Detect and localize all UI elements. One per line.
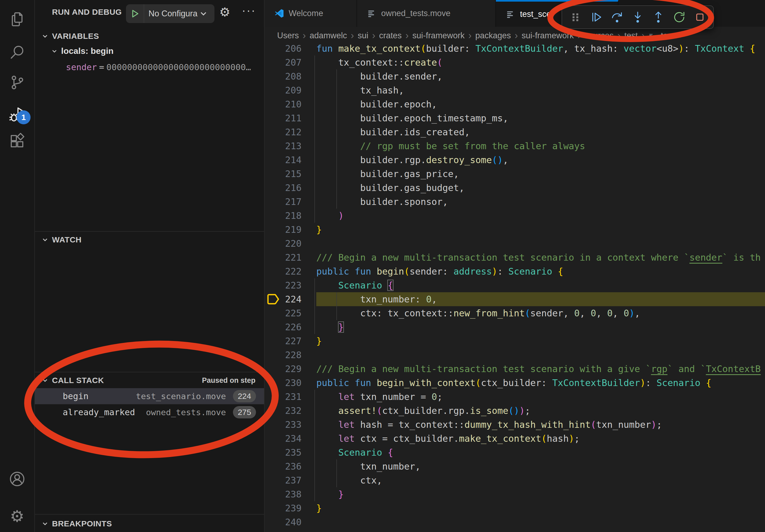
code-line-221[interactable]: 221/// Begin a new multi-transaction tes… [265, 250, 765, 264]
code-text: /// Begin a new multi-transaction test s… [316, 250, 761, 264]
breadcrumb-item[interactable]: packages [475, 31, 511, 40]
activity-bar-explorer-icon[interactable] [0, 6, 34, 33]
code-line-219[interactable]: 219} [265, 223, 765, 236]
code-line-235[interactable]: 235 Scenario { [265, 445, 765, 459]
breadcrumb-item[interactable]: sui-framework [522, 31, 574, 40]
code-line-217[interactable]: 217 builder.sponsor, [265, 195, 765, 209]
line-number: 217 [265, 195, 302, 209]
line-number: 230 [265, 376, 302, 390]
activity-bar-settings-icon[interactable]: ⚙ [0, 503, 34, 530]
variable-equals: = [97, 62, 106, 72]
section-divider [35, 231, 264, 232]
code-line-237[interactable]: 237 ctx, [265, 473, 765, 487]
code-line-214[interactable]: 214 builder.rgp.destroy_some(), [265, 153, 765, 167]
call-stack-frame-already_marked[interactable]: already_markedowned_tests.move275 [35, 404, 264, 420]
activity-bar-source-control-icon[interactable] [0, 69, 34, 96]
restart-button[interactable] [672, 10, 687, 25]
code-line-240[interactable]: 240 [265, 515, 765, 529]
step-into-button[interactable] [630, 10, 645, 25]
code-text: builder.gas_budget, [316, 181, 464, 195]
frame-line-badge: 224 [233, 390, 256, 402]
code-line-241[interactable]: 241/// Creates and shares system objects… [265, 529, 765, 532]
indent-guide [315, 278, 315, 292]
call-stack-section-header[interactable]: CALL STACK Paused on step [35, 373, 264, 388]
debug-settings-gear-icon[interactable]: ⚙ [219, 6, 230, 18]
code-text: tx_hash, [316, 83, 404, 97]
code-line-225[interactable]: 225 ctx: tx_context::new_from_hint(sende… [265, 306, 765, 320]
code-text: public fun begin(sender: address): Scena… [316, 264, 563, 278]
code-line-236[interactable]: 236 txn_number, [265, 459, 765, 473]
code-line-230[interactable]: 230public fun begin_with_context(ctx_bui… [265, 376, 765, 390]
indent-guide [315, 459, 315, 473]
code-line-228[interactable]: 228 [265, 348, 765, 362]
code-line-213[interactable]: 213 // rgp must be set from the caller a… [265, 139, 765, 153]
indent-guide [315, 153, 315, 167]
code-line-226[interactable]: 226 } [265, 320, 765, 334]
debug-toolbar [561, 5, 714, 29]
code-line-232[interactable]: 232 assert!(ctx_builder.rgp.is_some()); [265, 404, 765, 417]
breadcrumb-item[interactable]: Users [277, 31, 299, 40]
tab-owned-tests-move[interactable]: owned_tests.move [357, 0, 496, 27]
code-line-238[interactable]: 238 } [265, 487, 765, 501]
breakpoints-section-header[interactable]: BREAKPOINTS [35, 516, 264, 531]
breadcrumb-item[interactable]: test [624, 31, 638, 40]
code-line-207[interactable]: 207 tx_context::create( [265, 56, 765, 69]
code-line-212[interactable]: 212 builder.ids_created, [265, 125, 765, 139]
sidebar-title: RUN AND DEBUG [52, 8, 122, 17]
code-editor[interactable]: 206fun make_tx_context(builder: TxContex… [265, 0, 765, 532]
code-line-218[interactable]: 218 ) [265, 209, 765, 223]
code-line-229[interactable]: 229/// Begin a new multi-transaction tes… [265, 362, 765, 376]
variables-section-header[interactable]: VARIABLES [35, 28, 264, 44]
watch-section-header[interactable]: WATCH [35, 232, 264, 247]
more-actions-icon[interactable]: ··· [242, 4, 256, 17]
activity-bar-run-and-debug-icon[interactable]: 1 [0, 101, 34, 128]
debug-configuration-dropdown[interactable]: No Configura [126, 4, 215, 23]
line-number: 212 [265, 125, 302, 139]
code-line-220[interactable]: 220 [265, 236, 765, 250]
code-line-234[interactable]: 234 let ctx = ctx_builder.make_tx_contex… [265, 431, 765, 445]
activity-bar-search-icon[interactable] [0, 39, 34, 66]
code-line-211[interactable]: 211 builder.epoch_timestamp_ms, [265, 111, 765, 125]
activity-bar-accounts-icon[interactable] [0, 465, 34, 492]
code-line-210[interactable]: 210 builder.epoch, [265, 97, 765, 111]
activity-bar-extensions-icon[interactable] [0, 128, 34, 155]
code-line-224[interactable]: 224 txn_number: 0, [265, 292, 765, 306]
code-line-215[interactable]: 215 builder.gas_price, [265, 167, 765, 181]
locals-scope-row[interactable]: locals: begin [51, 46, 114, 56]
step-out-button[interactable] [651, 10, 666, 25]
line-number: 239 [265, 501, 302, 515]
code-line-223[interactable]: 223 Scenario { [265, 278, 765, 292]
breadcrumb-separator-icon: › [638, 31, 648, 40]
breadcrumb[interactable]: Users›adamwelc›sui›crates›sui-framework›… [265, 27, 765, 45]
code-text: tx_context::create( [316, 56, 442, 69]
drag-handle-icon[interactable] [568, 10, 583, 25]
code-line-222[interactable]: 222public fun begin(sender: address): Sc… [265, 264, 765, 278]
code-line-227[interactable]: 227} [265, 334, 765, 348]
code-text: /// Begin a new multi-transaction test s… [316, 362, 761, 376]
code-text: builder.ids_created, [316, 125, 470, 139]
code-line-216[interactable]: 216 builder.gas_budget, [265, 181, 765, 195]
call-stack-frame-begin[interactable]: begintest_scenario.move224 [35, 388, 264, 404]
variable-row-sender[interactable]: sender=000000000000000000000000000… [66, 62, 251, 72]
code-line-208[interactable]: 208 builder.sender, [265, 69, 765, 83]
section-divider [35, 514, 264, 515]
code-line-239[interactable]: 239} [265, 501, 765, 515]
breadcrumb-item[interactable]: adamwelc [310, 31, 347, 40]
breadcrumb-file-item[interactable]: te [648, 31, 668, 40]
continue-button[interactable] [589, 10, 604, 25]
code-line-231[interactable]: 231 let txn_number = 0; [265, 390, 765, 404]
breadcrumb-item[interactable]: sources [585, 31, 614, 40]
breadcrumb-item[interactable]: crates [379, 31, 401, 40]
code-text: builder.sender, [316, 69, 442, 83]
frame-function-name: begin [63, 391, 88, 401]
breadcrumb-item[interactable]: sui [358, 31, 369, 40]
tab-welcome[interactable]: Welcome [265, 0, 357, 27]
code-line-209[interactable]: 209 tx_hash, [265, 83, 765, 97]
step-over-button[interactable] [609, 10, 624, 25]
debug-count-badge: 1 [17, 111, 31, 124]
stop-button[interactable] [692, 10, 707, 25]
chevron-down-icon [42, 377, 48, 384]
start-debugging-button[interactable] [126, 4, 144, 23]
code-line-233[interactable]: 233 let hash = tx_context::dummy_tx_hash… [265, 417, 765, 431]
breadcrumb-item[interactable]: sui-framework [412, 31, 465, 40]
